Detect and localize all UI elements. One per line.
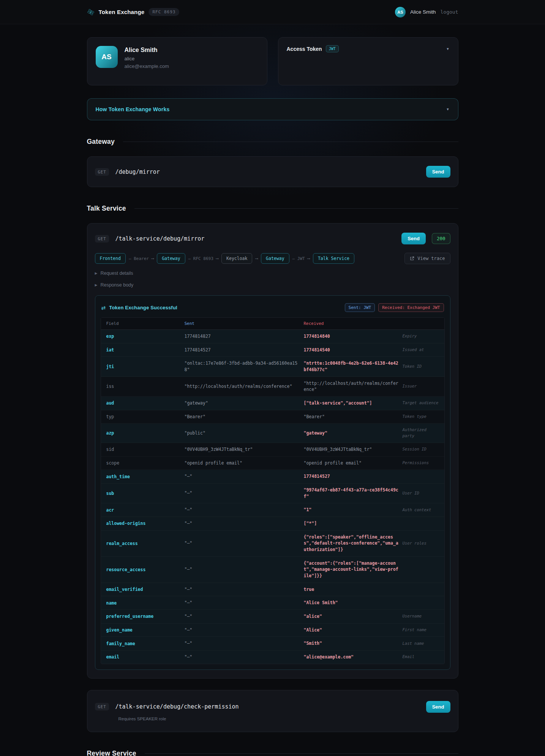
- claim-field: azp: [106, 430, 181, 436]
- section-gateway: Gateway: [87, 138, 458, 146]
- claim-sent-value: 1774814527: [185, 347, 300, 353]
- table-row: realm_access "–" {"roles":["speaker","of…: [101, 531, 444, 557]
- claim-field: exp: [106, 334, 181, 339]
- claim-note: Authorized party: [403, 427, 439, 439]
- claim-note: Username: [403, 613, 439, 619]
- view-trace-button[interactable]: View trace: [404, 253, 450, 264]
- section-title-gateway: Gateway: [87, 138, 115, 146]
- table-row: aud "gateway" ["talk-service","account"]…: [101, 397, 444, 410]
- claim-sent-value: "0VV4UBH9_3zW4JTtaBkNq_tr": [185, 446, 300, 453]
- flow-node-gateway: Gateway: [261, 253, 289, 264]
- user-avatar: AS: [96, 46, 118, 68]
- claims-table-body: exp 1774814827 1774814840 Expiry iat 177…: [101, 330, 444, 664]
- claim-received-value: "ntrtte:1c0048fb-4e2b-62e6-6138-4e42bf46…: [304, 360, 399, 373]
- chevron-down-icon[interactable]: ▼: [446, 47, 450, 51]
- send-button[interactable]: Send: [426, 166, 450, 178]
- claim-note: Target audience: [403, 400, 439, 406]
- avatar: AS: [395, 7, 406, 17]
- claim-note: Issued at: [403, 347, 439, 353]
- claim-sent-value: "http://localhost/auth/realms/conference…: [185, 383, 300, 390]
- user-username: alice: [125, 56, 169, 61]
- claim-received-value: ["*"]: [304, 520, 399, 527]
- response-body-toggle[interactable]: ▶ Response body: [95, 282, 450, 288]
- table-row: iat 1774814527 1774814540 Issued at: [101, 343, 444, 357]
- claim-received-value: {"account":{"roles":["manage-account","m…: [304, 560, 399, 579]
- endpoint-note: Requires SPEAKER role: [118, 717, 450, 721]
- claim-field: preferred_username: [106, 614, 181, 619]
- claim-received-value: "openid profile email": [304, 460, 399, 466]
- claim-field: email: [106, 654, 181, 660]
- table-row: email_verified "–" true: [101, 583, 444, 597]
- header-user-name: Alice Smith: [410, 9, 436, 15]
- section-title-talk-service: Talk Service: [87, 205, 126, 213]
- how-it-works-card[interactable]: How Token Exchange Works ▼: [87, 98, 458, 120]
- send-button[interactable]: Send: [401, 233, 426, 244]
- claim-sent-value: "–": [185, 566, 300, 573]
- claim-field: allowed-origins: [106, 521, 181, 526]
- claim-received-value: "gateway": [304, 430, 399, 436]
- claim-sent-value: "Bearer": [185, 414, 300, 420]
- claim-field: acr: [106, 507, 181, 513]
- claim-sent-value: 1774814827: [185, 333, 300, 340]
- status-badge: 200: [432, 233, 450, 244]
- token-exchange-panel: ⇄ Token Exchange Successful Sent: JWT Re…: [95, 295, 450, 670]
- column-header-field: Field: [106, 321, 181, 326]
- table-row: scope "openid profile email" "openid pro…: [101, 457, 444, 470]
- claim-received-value: 1774814840: [304, 333, 399, 340]
- claim-sent-value: "–": [185, 627, 300, 633]
- table-row: given_name "–" "Alice" First name: [101, 624, 444, 637]
- endpoint-path: /talk-service/debug/check-permission: [115, 703, 239, 710]
- claim-field: auth_time: [106, 474, 181, 479]
- table-row: acr "–" "1" Auth context: [101, 503, 444, 517]
- claim-sent-value: "–": [185, 520, 300, 527]
- claim-received-value: "9974af67-eb87-4f43-a77a-ce38f54c49cf": [304, 487, 399, 499]
- claim-received-value: "1": [304, 507, 399, 513]
- claim-received-value: "Bearer": [304, 414, 399, 420]
- user-card: AS Alice Smith alice alice@example.com: [87, 37, 267, 85]
- claim-sent-value: "openid profile email": [185, 460, 300, 466]
- column-header-received: Received: [304, 321, 399, 326]
- response-body-label: Response body: [100, 282, 133, 288]
- claim-field: family_name: [106, 641, 181, 646]
- table-row: family_name "–" "Smith" Last name: [101, 637, 444, 650]
- claim-sent-value: "–": [185, 613, 300, 620]
- section-title-review-service: Review Service: [87, 750, 136, 756]
- claim-note: Token ID: [403, 364, 439, 370]
- send-button[interactable]: Send: [426, 701, 450, 713]
- claims-table-header: Field Sent Received: [101, 318, 444, 330]
- chevron-down-icon[interactable]: ▼: [446, 107, 450, 111]
- claim-field: resource_access: [106, 567, 181, 572]
- access-token-card[interactable]: Access Token JWT ▼: [278, 37, 458, 85]
- rfc-badge: RFC 8693: [148, 8, 179, 16]
- endpoint-card-gateway-mirror: GET /debug/mirror Send: [87, 156, 458, 187]
- claim-field: iss: [106, 384, 181, 389]
- divider: [134, 208, 458, 209]
- table-row: azp "public" "gateway" Authorized party: [101, 424, 444, 443]
- claim-field: sid: [106, 447, 181, 452]
- user-email: alice@example.com: [125, 63, 169, 69]
- table-row: name "–" "Alice Smith": [101, 596, 444, 610]
- table-row: sub "–" "9974af67-eb87-4f43-a77a-ce38f54…: [101, 484, 444, 503]
- claim-received-value: 1774814527: [304, 473, 399, 480]
- claim-note: Issuer: [403, 383, 439, 389]
- claim-received-value: true: [304, 586, 399, 593]
- table-row: iss "http://localhost/auth/realms/confer…: [101, 377, 444, 397]
- user-name: Alice Smith: [125, 47, 169, 54]
- claim-field: typ: [106, 414, 181, 419]
- claim-received-value: "Alice": [304, 627, 399, 633]
- logout-link[interactable]: logout: [441, 9, 458, 15]
- request-details-toggle[interactable]: ▶ Request details: [95, 271, 450, 276]
- table-row: resource_access "–" {"account":{"roles":…: [101, 557, 444, 583]
- claim-sent-value: "–": [185, 473, 300, 480]
- sent-jwt-badge: Sent: JWT: [345, 303, 375, 312]
- atom-icon: [87, 8, 95, 16]
- claim-received-value: "Smith": [304, 640, 399, 647]
- claim-note: Session ID: [403, 446, 439, 452]
- app-title: Token Exchange: [99, 9, 145, 15]
- endpoint-path: /debug/mirror: [115, 169, 160, 175]
- jwt-badge: JWT: [326, 45, 339, 52]
- exchange-arrows-icon: ⇄: [101, 305, 106, 311]
- endpoint-card-talk-check-permission: GET /talk-service/debug/check-permission…: [87, 690, 458, 732]
- flow-arrow: ⟶: [255, 256, 258, 261]
- claim-field: realm_access: [106, 541, 181, 546]
